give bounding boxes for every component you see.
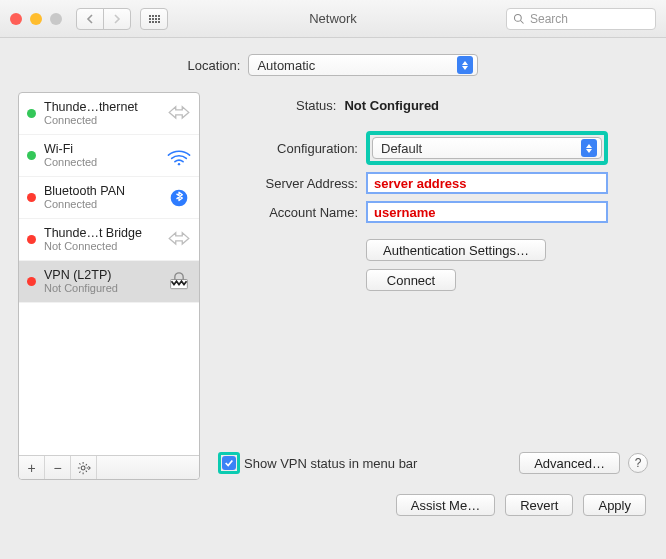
auth-settings-button[interactable]: Authentication Settings…	[366, 239, 546, 261]
server-address-input[interactable]: server address	[366, 172, 608, 194]
bluetooth-icon	[165, 188, 193, 208]
svg-point-2	[178, 162, 180, 164]
server-address-label: Server Address:	[218, 176, 358, 191]
search-icon	[513, 13, 525, 25]
action-row: Assist Me… Revert Apply	[18, 494, 648, 516]
service-status: Connected	[44, 156, 165, 169]
revert-button[interactable]: Revert	[505, 494, 573, 516]
search-placeholder: Search	[530, 12, 568, 26]
search-input[interactable]: Search	[506, 8, 656, 30]
service-status: Connected	[44, 114, 165, 127]
status-dot-icon	[27, 235, 36, 244]
account-name-value: username	[374, 205, 435, 220]
gear-icon	[77, 461, 91, 475]
assist-me-button[interactable]: Assist Me…	[396, 494, 495, 516]
minimize-icon[interactable]	[30, 13, 42, 25]
service-name: Thunde…thernet	[44, 100, 165, 114]
forward-button[interactable]	[103, 8, 131, 30]
server-address-value: server address	[374, 176, 467, 191]
configuration-highlight: Default	[366, 131, 608, 165]
chevron-updown-icon	[581, 139, 597, 157]
sidebar-item-thunderbolt-bridge[interactable]: Thunde…t Bridge Not Connected	[19, 219, 199, 261]
location-row: Location: Automatic	[18, 54, 648, 76]
wifi-icon	[165, 146, 193, 166]
status-dot-icon	[27, 151, 36, 160]
sidebar-item-wifi[interactable]: Wi-Fi Connected	[19, 135, 199, 177]
chevron-updown-icon	[457, 56, 473, 74]
service-name: Wi-Fi	[44, 142, 165, 156]
location-label: Location:	[188, 58, 241, 73]
ethernet-icon	[165, 230, 193, 250]
account-name-label: Account Name:	[218, 205, 358, 220]
show-vpn-status-label: Show VPN status in menu bar	[244, 456, 417, 471]
show-all-button[interactable]	[140, 8, 168, 30]
status-value: Not Configured	[344, 98, 439, 113]
sidebar-item-bluetooth-pan[interactable]: Bluetooth PAN Connected	[19, 177, 199, 219]
svg-line-1	[521, 20, 524, 23]
remove-service-button[interactable]: −	[45, 456, 71, 479]
grid-icon	[149, 15, 160, 23]
zoom-icon[interactable]	[50, 13, 62, 25]
service-options-button[interactable]	[71, 456, 97, 479]
help-button[interactable]: ?	[628, 453, 648, 473]
checkbox-highlight	[218, 452, 240, 474]
sidebar-item-thunderbolt-ethernet[interactable]: Thunde…thernet Connected	[19, 93, 199, 135]
service-sidebar: Thunde…thernet Connected Wi-Fi Connected	[18, 92, 200, 480]
account-name-input[interactable]: username	[366, 201, 608, 223]
add-service-button[interactable]: +	[19, 456, 45, 479]
status-dot-icon	[27, 193, 36, 202]
connect-button[interactable]: Connect	[366, 269, 456, 291]
service-name: Thunde…t Bridge	[44, 226, 165, 240]
status-dot-icon	[27, 109, 36, 118]
show-vpn-status-checkbox[interactable]	[222, 456, 236, 470]
status-label: Status:	[296, 98, 336, 113]
configuration-dropdown[interactable]: Default	[372, 137, 602, 159]
advanced-button[interactable]: Advanced…	[519, 452, 620, 474]
detail-panel: Status: Not Configured Configuration: De…	[218, 92, 648, 480]
service-name: Bluetooth PAN	[44, 184, 165, 198]
close-icon[interactable]	[10, 13, 22, 25]
configuration-label: Configuration:	[218, 141, 358, 156]
window-controls	[10, 13, 62, 25]
configuration-value: Default	[381, 141, 422, 156]
svg-point-5	[81, 466, 85, 470]
nav-buttons	[76, 8, 130, 30]
back-button[interactable]	[76, 8, 104, 30]
status-dot-icon	[27, 277, 36, 286]
service-name: VPN (L2TP)	[44, 268, 165, 282]
location-dropdown[interactable]: Automatic	[248, 54, 478, 76]
apply-button[interactable]: Apply	[583, 494, 646, 516]
vpn-icon	[165, 272, 193, 292]
location-value: Automatic	[257, 58, 315, 73]
sidebar-footer: + −	[19, 455, 199, 479]
service-status: Connected	[44, 198, 165, 211]
titlebar: Network Search	[0, 0, 666, 38]
ethernet-icon	[165, 104, 193, 124]
service-status: Not Connected	[44, 240, 165, 253]
sidebar-item-vpn[interactable]: VPN (L2TP) Not Configured	[19, 261, 199, 303]
service-status: Not Configured	[44, 282, 165, 295]
svg-point-0	[515, 14, 522, 21]
